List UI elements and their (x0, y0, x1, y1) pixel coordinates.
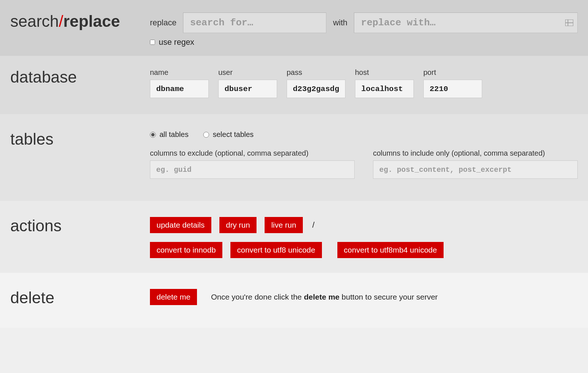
db-name-label: name (150, 68, 209, 77)
radio-all-tables-label: all tables (159, 130, 189, 139)
db-port-input[interactable] (423, 80, 482, 98)
db-pass-input[interactable] (287, 80, 345, 98)
radio-select-tables-label: select tables (213, 130, 254, 139)
db-pass-label: pass (287, 68, 345, 77)
radio-select-tables-input[interactable] (203, 132, 209, 138)
actions-heading: actions (10, 217, 150, 234)
replace-input[interactable] (354, 12, 578, 33)
db-user-input[interactable] (218, 80, 277, 98)
dry-run-button[interactable]: dry run (219, 217, 257, 233)
include-input[interactable] (373, 160, 578, 179)
radio-all-tables[interactable]: all tables (150, 130, 189, 139)
title-replace: replace (63, 12, 120, 30)
use-regex-label: use regex (159, 37, 194, 47)
delete-heading: delete (10, 289, 150, 306)
title-slash: / (59, 12, 63, 30)
db-user-label: user (218, 68, 277, 77)
radio-select-tables[interactable]: select tables (203, 130, 254, 139)
database-heading: database (10, 68, 150, 85)
exclude-input[interactable] (150, 160, 355, 179)
search-input[interactable] (183, 12, 326, 33)
include-label: columns to include only (optional, comma… (373, 149, 578, 157)
live-run-button[interactable]: live run (265, 217, 303, 233)
delete-text: Once you're done click the delete me but… (211, 293, 438, 301)
actions-separator: / (311, 220, 316, 230)
update-details-button[interactable]: update details (150, 217, 211, 233)
delete-text-bold: delete me (304, 293, 340, 301)
use-regex-row[interactable]: use regex (150, 37, 578, 47)
tables-heading: tables (10, 130, 150, 147)
page-title: search/replace (10, 12, 150, 29)
convert-innodb-button[interactable]: convert to innodb (150, 242, 222, 258)
use-regex-checkbox[interactable] (150, 40, 155, 45)
title-search: search (10, 12, 59, 30)
grid-icon[interactable] (565, 19, 573, 26)
section-search-replace: search/replace replace with use regex (0, 0, 588, 56)
db-host-input[interactable] (355, 80, 414, 98)
delete-text-after: button to secure your server (340, 293, 438, 301)
delete-me-button[interactable]: delete me (150, 289, 197, 305)
db-port-label: port (423, 68, 482, 77)
convert-utf8-button[interactable]: convert to utf8 unicode (230, 242, 322, 258)
section-actions: actions update details dry run live run … (0, 201, 588, 273)
section-delete: delete delete me Once you're done click … (0, 273, 588, 328)
section-database: database name user pass host port (0, 56, 588, 114)
convert-utf8mb4-button[interactable]: convert to utf8mb4 unicode (337, 242, 444, 258)
with-label: with (333, 18, 347, 28)
db-host-label: host (355, 68, 414, 77)
delete-text-before: Once you're done click the (211, 293, 304, 301)
section-tables: tables all tables select tables columns … (0, 114, 588, 201)
exclude-label: columns to exclude (optional, comma sepa… (150, 149, 355, 157)
replace-label: replace (150, 18, 176, 28)
radio-all-tables-input[interactable] (150, 132, 156, 138)
db-name-input[interactable] (150, 80, 209, 98)
